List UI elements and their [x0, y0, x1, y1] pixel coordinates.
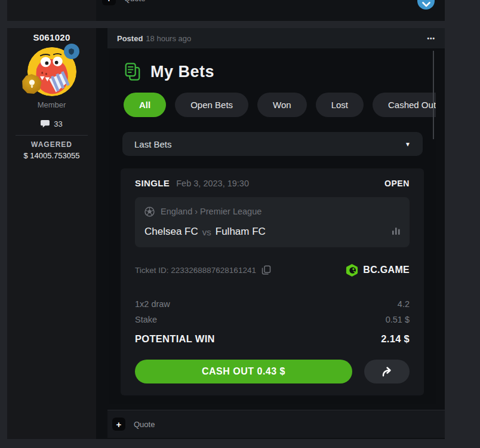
- tab-won[interactable]: Won: [257, 93, 307, 117]
- potential-win-value: 2.14 $: [381, 333, 410, 345]
- chevron-down-icon: [422, 2, 430, 7]
- previous-post-author-column: [7, 0, 96, 21]
- more-menu-button[interactable]: •••: [427, 35, 435, 42]
- stake-value: 0.51 $: [386, 315, 410, 324]
- widget-header: My Bets: [124, 61, 421, 82]
- bcgame-logo-text: BC.GAME: [363, 265, 410, 275]
- widget-title: My Bets: [150, 63, 214, 81]
- home-team: Chelsea FC: [144, 226, 198, 238]
- post-footer: + Quote: [107, 410, 445, 438]
- bet-card: SINGLE Feb 3, 2023, 19:30 OPEN: [121, 168, 424, 395]
- more-icon: •••: [427, 35, 435, 42]
- dropdown-selected-value: Last Bets: [134, 139, 172, 149]
- post-content: Posted 18 hours ago •••: [96, 28, 445, 439]
- author-sidebar: S061020: [7, 28, 96, 439]
- caret-down-icon: ▼: [405, 141, 411, 148]
- wagered-value: $ 14005.753055: [7, 151, 96, 160]
- avatar[interactable]: [26, 46, 78, 97]
- username-link[interactable]: S061020: [7, 32, 96, 42]
- forum-page: + Quote S061020: [0, 0, 480, 448]
- ticket-id-label: Ticket ID: 2233268887628161241: [135, 266, 256, 275]
- bets-filter-tabs: All Open Bets Won Lost Cashed Out: [124, 93, 436, 117]
- teams-row: Chelsea FC vs Fulham FC: [144, 225, 400, 239]
- previous-post-content: + Quote: [96, 0, 445, 21]
- rank-badge-icon: [64, 44, 79, 59]
- post-header-bar: Posted 18 hours ago •••: [107, 28, 445, 48]
- widget-scrollbar[interactable]: [433, 51, 434, 139]
- posted-label: Posted: [117, 34, 143, 43]
- bet-card-header: SINGLE Feb 3, 2023, 19:30 OPEN: [135, 178, 410, 191]
- league-label: England › Premier League: [161, 207, 261, 216]
- match-stats-icon[interactable]: [392, 226, 400, 238]
- tab-cashed-out[interactable]: Cashed Out: [373, 93, 436, 117]
- member-role-label: Member: [7, 100, 96, 109]
- selection-label: 1x2 draw: [135, 299, 170, 309]
- match-box: England › Premier League Chelsea FC vs F…: [135, 197, 410, 247]
- quote-button[interactable]: + Quote: [112, 418, 155, 431]
- selection-odds: 4.2: [398, 299, 410, 309]
- quote-button-previous[interactable]: + Quote: [102, 0, 145, 5]
- comments-count-value: 33: [54, 119, 62, 128]
- ticket-row: Ticket ID: 2233268887628161241: [135, 262, 410, 278]
- bet-detail-rows: 1x2 draw 4.2 Stake 0.51 $ POTENTIAL WIN …: [135, 296, 410, 348]
- plus-icon: +: [102, 0, 116, 5]
- potential-win-label: POTENTIAL WIN: [135, 333, 215, 345]
- selection-row: 1x2 draw 4.2: [135, 296, 410, 312]
- plus-icon: +: [112, 418, 125, 431]
- stake-row: Stake 0.51 $: [135, 312, 410, 327]
- previous-post-strip: + Quote: [7, 0, 445, 21]
- comments-count: 33: [7, 119, 96, 128]
- bet-type-label: SINGLE: [135, 178, 170, 188]
- my-bets-widget: My Bets All Open Bets Won Lost Cashed Ou…: [109, 50, 436, 404]
- league-row: England › Premier League: [144, 205, 400, 217]
- stake-label: Stake: [135, 315, 157, 324]
- quote-button-label: Quote: [124, 0, 145, 3]
- bets-sort-dropdown[interactable]: Last Bets ▼: [122, 132, 423, 156]
- bet-actions: CASH OUT 0.43 $: [135, 360, 410, 383]
- soccer-ball-icon: [144, 207, 155, 217]
- vs-label: vs: [202, 227, 211, 237]
- speech-bubble-icon: [41, 120, 50, 128]
- bcgame-logo-icon: [345, 263, 359, 277]
- potential-win-row: POTENTIAL WIN 2.14 $: [135, 330, 410, 348]
- share-arrow-icon: [380, 366, 393, 377]
- quote-button-label: Quote: [134, 420, 155, 429]
- bets-list-icon: [124, 62, 141, 82]
- post: S061020: [7, 28, 445, 439]
- divider: [16, 135, 88, 136]
- cash-out-button[interactable]: CASH OUT 0.43 $: [135, 360, 352, 383]
- tab-open-bets[interactable]: Open Bets: [175, 93, 248, 117]
- tab-all[interactable]: All: [124, 93, 166, 117]
- bet-status-badge: OPEN: [384, 179, 410, 188]
- share-button[interactable]: [364, 360, 410, 383]
- tab-lost[interactable]: Lost: [316, 93, 364, 117]
- copy-icon[interactable]: [261, 265, 271, 275]
- posted-time: 18 hours ago: [146, 34, 191, 43]
- bet-datetime: Feb 3, 2023, 19:30: [176, 179, 249, 188]
- wagered-label: WAGERED: [7, 140, 96, 149]
- bcgame-logo[interactable]: BC.GAME: [345, 263, 410, 277]
- away-team: Fulham FC: [216, 226, 266, 238]
